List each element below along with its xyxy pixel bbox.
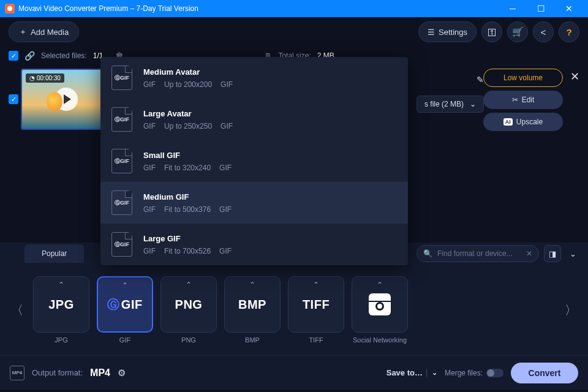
preset-ext: GIF (221, 122, 233, 130)
duration-text: 00:00:30 (37, 75, 61, 81)
preset-codec: GIF (143, 247, 156, 255)
convert-button[interactable]: Convert (511, 363, 578, 383)
gif-file-icon: ⒼGIF (111, 149, 132, 173)
search-icon: 🔍 (423, 249, 432, 258)
cart-button[interactable]: 🛒 (507, 21, 528, 42)
preset-title: Small GIF (143, 151, 232, 160)
preset-medium-gif[interactable]: ⒼGIF Medium GIF GIF Fit to 500x376 GIF (100, 182, 408, 224)
format-label: TIFF (309, 336, 323, 344)
mp4-file-icon: MP4 (10, 366, 24, 380)
format-label: PNG (181, 336, 196, 344)
preset-dim: Up to 200x200 (164, 80, 212, 89)
preset-ext: GIF (219, 164, 232, 172)
gif-file-icon: ⒼGIF (111, 232, 132, 257)
preset-dim: Fit to 700x526 (164, 247, 211, 255)
help-icon: ? (566, 27, 571, 37)
next-formats-button[interactable]: 〉 (562, 282, 579, 337)
clear-search-icon[interactable]: ✕ (526, 249, 532, 258)
preset-medium-avatar[interactable]: ⒼGIF Medium Avatar GIF Up to 200x200 GIF (100, 57, 408, 99)
clock-icon: ◔ (29, 75, 35, 81)
format-logo: BMP (238, 298, 266, 312)
add-media-label: Add Media (31, 28, 69, 37)
output-format-label: Output format: (32, 368, 83, 377)
preset-title: Large GIF (143, 234, 232, 243)
key-icon: ⚿ (488, 27, 497, 37)
save-to-label: Save to… (386, 368, 423, 377)
format-jpg[interactable]: ⌃ JPG (33, 276, 89, 333)
minimize-button[interactable]: ─ (499, 0, 527, 17)
share-icon: < (541, 27, 546, 37)
format-logo: PNG (175, 298, 203, 312)
tab-label: Popular (42, 249, 67, 258)
format-gif[interactable]: ⌃ ⒼGIF (97, 276, 153, 333)
svg-point-0 (7, 6, 12, 11)
gif-file-icon: ⒼGIF (111, 190, 132, 215)
add-media-button[interactable]: ＋ Add Media (9, 21, 79, 42)
format-logo: TIFF (303, 298, 330, 312)
share-button[interactable]: < (533, 21, 554, 42)
merge-files-toggle[interactable]: Merge files: (445, 369, 503, 377)
upscale-button[interactable]: AI Upscale (483, 113, 563, 131)
bottom-bar: MP4 Output format: MP4 ⚙ Save to… ⌄ Merg… (0, 355, 588, 390)
prev-formats-button[interactable]: 〈 (9, 282, 26, 337)
collapse-panel-button[interactable]: ⌄ (566, 245, 579, 262)
help-button[interactable]: ? (559, 21, 579, 42)
preset-ext: GIF (221, 80, 233, 89)
edit-button[interactable]: ✂ Edit (483, 91, 563, 109)
close-button[interactable]: ✕ (555, 0, 583, 17)
settings-button[interactable]: ☰ Settings (418, 21, 477, 42)
output-size-dropdown[interactable]: s file (2 MB) ⌄ (417, 96, 484, 113)
save-to-button[interactable]: Save to… ⌄ (386, 368, 437, 377)
toggle-switch[interactable] (486, 369, 503, 377)
format-label: BMP (245, 336, 260, 344)
plus-icon: ＋ (19, 26, 27, 37)
sliders-icon: ☰ (428, 28, 435, 37)
format-logo: JPG (48, 298, 74, 312)
preset-ext: GIF (219, 205, 232, 214)
merge-label: Merge files: (445, 369, 483, 377)
preset-large-gif[interactable]: ⒼGIF Large GIF GIF Fit to 700x526 GIF (100, 224, 408, 265)
chevron-down-icon[interactable]: ⌄ (426, 369, 437, 377)
app-icon (5, 4, 15, 13)
popular-tab[interactable]: Popular (24, 244, 84, 263)
format-tiff[interactable]: ⌃ TIFF (288, 276, 344, 333)
format-search[interactable]: 🔍 Find format or device... ✕ (417, 245, 539, 262)
format-social[interactable]: ⌃ (352, 276, 408, 333)
output-size-text: s file (2 MB) (424, 100, 464, 108)
gif-file-icon: ⒼGIF (111, 107, 132, 132)
upscale-label: Upscale (516, 118, 543, 126)
maximize-button[interactable]: ☐ (527, 0, 555, 17)
preset-codec: GIF (143, 122, 156, 130)
preset-large-avatar[interactable]: ⒼGIF Large Avatar GIF Up to 250x250 GIF (100, 99, 408, 140)
convert-label: Convert (529, 368, 561, 378)
preset-dim: Fit to 500x376 (164, 205, 211, 214)
key-button[interactable]: ⚿ (481, 21, 502, 42)
preset-codec: GIF (143, 205, 156, 214)
output-preview-button[interactable]: ◨ (544, 245, 561, 262)
output-format-value: MP4 (90, 368, 110, 379)
cart-icon: 🛒 (512, 26, 524, 37)
camera-icon (369, 293, 391, 315)
remove-item-button[interactable]: ✕ (570, 69, 579, 83)
format-label: GIF (119, 336, 130, 344)
link-icon: 🔗 (24, 51, 35, 61)
preset-codec: GIF (143, 164, 156, 172)
preset-small-gif[interactable]: ⒼGIF Small GIF GIF Fit to 320x240 GIF (100, 140, 408, 182)
output-settings-button[interactable]: ⚙ (118, 368, 126, 379)
item-checkbox[interactable]: ✓ (9, 94, 18, 104)
thumbnail-art (47, 92, 62, 111)
chevron-up-icon: ⌃ (58, 281, 64, 289)
preset-ext: GIF (219, 247, 232, 255)
video-thumbnail[interactable]: ◔ 00:00:30 (21, 69, 111, 130)
format-carousel: 〈 ⌃ JPG JPG ⌃ ⒼGIF GIF ⌃ PNG PNG ⌃ (0, 265, 588, 355)
low-volume-button[interactable]: Low volume (483, 69, 563, 87)
chevron-up-icon: ⌃ (249, 281, 255, 289)
selected-label: Selected files: (41, 51, 87, 60)
preset-title: Medium GIF (143, 192, 232, 202)
format-png[interactable]: ⌃ PNG (160, 276, 217, 333)
select-all-checkbox[interactable]: ✓ (9, 51, 18, 61)
format-bmp[interactable]: ⌃ BMP (224, 276, 281, 333)
duration-badge: ◔ 00:00:30 (26, 74, 64, 83)
low-volume-label: Low volume (503, 74, 543, 82)
titlebar: Movavi Video Converter Premium – 7-Day T… (0, 0, 588, 17)
